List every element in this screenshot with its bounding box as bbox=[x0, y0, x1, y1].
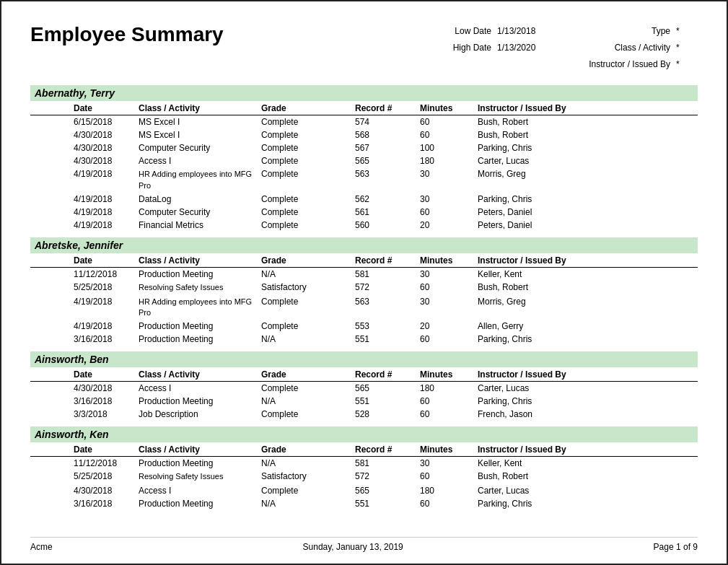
table-cell: Carter, Lucas bbox=[478, 383, 622, 393]
table-cell: 4/30/2018 bbox=[74, 143, 139, 153]
column-header: Class / Activity bbox=[139, 369, 261, 380]
table-cell: Complete bbox=[261, 486, 355, 496]
table-cell: Financial Metrics bbox=[139, 220, 261, 230]
table-cell: N/A bbox=[261, 269, 355, 279]
table-row: 4/30/2018Access IComplete565180Carter, L… bbox=[30, 484, 698, 497]
table-cell: Access I bbox=[139, 486, 261, 496]
column-header: Grade bbox=[261, 444, 355, 455]
table-cell: MS Excel I bbox=[139, 117, 261, 127]
table-row: 3/16/2018Production MeetingN/A55160Parki… bbox=[30, 333, 698, 346]
type-value: * bbox=[676, 23, 698, 40]
class-line: Class / Activity * bbox=[584, 40, 698, 56]
table-row: 4/30/2018Access IComplete565180Carter, L… bbox=[30, 382, 698, 395]
table-cell: Production Meeting bbox=[139, 321, 261, 331]
table-cell: 551 bbox=[355, 499, 420, 509]
report-meta: Low Date 1/13/2018 High Date 1/13/2020 T… bbox=[434, 23, 698, 72]
employee-section: Abernathy, TerryDateClass / ActivityGrad… bbox=[30, 85, 698, 232]
table-cell: Parking, Chris bbox=[478, 396, 622, 406]
table-cell: 3/16/2018 bbox=[74, 499, 139, 509]
table-cell: Complete bbox=[261, 194, 355, 204]
table-cell: 30 bbox=[420, 297, 478, 319]
column-header: Minutes bbox=[420, 444, 478, 455]
table-cell: 30 bbox=[420, 269, 478, 279]
column-header: Date bbox=[74, 444, 139, 455]
column-headers: DateClass / ActivityGradeRecord #Minutes… bbox=[30, 442, 698, 457]
table-cell: DataLog bbox=[139, 194, 261, 204]
table-cell: 572 bbox=[355, 471, 420, 482]
table-row: 3/3/2018Job DescriptionComplete52860Fren… bbox=[30, 408, 698, 421]
low-date-label: Low Date bbox=[434, 23, 491, 40]
column-header: Instructor / Issued By bbox=[478, 444, 622, 455]
table-cell: 20 bbox=[420, 220, 478, 230]
table-cell: Satisfactory bbox=[261, 471, 355, 482]
table-cell: 568 bbox=[355, 130, 420, 140]
table-cell: 581 bbox=[355, 269, 420, 279]
table-row: 4/30/2018Access IComplete565180Carter, L… bbox=[30, 154, 698, 167]
table-cell: Complete bbox=[261, 409, 355, 419]
table-cell: Complete bbox=[261, 156, 355, 166]
column-header: Record # bbox=[355, 369, 420, 380]
table-cell: Bush, Robert bbox=[478, 117, 622, 127]
table-cell: 4/19/2018 bbox=[74, 194, 139, 204]
table-row: 4/19/2018Production MeetingComplete55320… bbox=[30, 320, 698, 333]
footer-company: Acme bbox=[30, 542, 53, 552]
low-date-line: Low Date 1/13/2018 bbox=[434, 23, 555, 40]
table-cell: Production Meeting bbox=[139, 396, 261, 406]
table-cell: Peters, Daniel bbox=[478, 220, 622, 230]
column-header: Record # bbox=[355, 103, 420, 113]
table-cell: 3/16/2018 bbox=[74, 396, 139, 406]
column-headers: DateClass / ActivityGradeRecord #Minutes… bbox=[30, 101, 698, 115]
table-cell: Carter, Lucas bbox=[478, 486, 622, 496]
report-footer: Acme Sunday, January 13, 2019 Page 1 of … bbox=[30, 537, 698, 552]
table-cell: Production Meeting bbox=[139, 458, 261, 468]
table-cell: Complete bbox=[261, 297, 355, 319]
column-header: Class / Activity bbox=[139, 444, 261, 455]
table-row: 3/16/2018Production MeetingN/A55160Parki… bbox=[30, 395, 698, 408]
column-header: Grade bbox=[261, 255, 355, 266]
column-header: Minutes bbox=[420, 369, 478, 380]
high-date-line: High Date 1/13/2020 bbox=[434, 40, 555, 56]
table-cell: Bush, Robert bbox=[478, 282, 622, 293]
table-cell: 565 bbox=[355, 383, 420, 393]
column-header: Minutes bbox=[420, 255, 478, 266]
table-cell: HR Adding employees into MFG Pro bbox=[139, 169, 261, 191]
table-cell: Morris, Greg bbox=[478, 297, 622, 319]
table-row: 4/19/2018DataLogComplete56230Parking, Ch… bbox=[30, 193, 698, 206]
employee-section: Ainsworth, KenDateClass / ActivityGradeR… bbox=[30, 426, 698, 509]
table-cell: 562 bbox=[355, 194, 420, 204]
table-cell: 180 bbox=[420, 486, 478, 496]
table-cell: 60 bbox=[420, 409, 478, 419]
table-row: 3/16/2018Production MeetingN/A55160Parki… bbox=[30, 497, 698, 510]
table-cell: 551 bbox=[355, 334, 420, 344]
table-cell: Computer Security bbox=[139, 207, 261, 217]
instructor-value: * bbox=[676, 56, 698, 73]
table-row: 11/12/2018Production MeetingN/A58130Kell… bbox=[30, 268, 698, 281]
table-cell: 3/3/2018 bbox=[74, 409, 139, 419]
table-cell: 574 bbox=[355, 117, 420, 127]
column-headers: DateClass / ActivityGradeRecord #Minutes… bbox=[30, 367, 698, 382]
table-cell: Job Description bbox=[139, 409, 261, 419]
low-date-value: 1/13/2018 bbox=[497, 23, 555, 40]
table-cell: 4/30/2018 bbox=[74, 486, 139, 496]
table-cell: 30 bbox=[420, 169, 478, 191]
table-cell: 30 bbox=[420, 194, 478, 204]
table-cell: 581 bbox=[355, 458, 420, 468]
table-cell: Complete bbox=[261, 207, 355, 217]
table-cell: 4/19/2018 bbox=[74, 207, 139, 217]
table-cell: Parking, Chris bbox=[478, 194, 622, 204]
table-cell: 60 bbox=[420, 207, 478, 217]
table-cell: Complete bbox=[261, 321, 355, 331]
table-cell: Keller, Kent bbox=[478, 458, 622, 468]
table-cell: 4/30/2018 bbox=[74, 156, 139, 166]
table-cell: 4/19/2018 bbox=[74, 297, 139, 319]
table-cell: 11/12/2018 bbox=[74, 458, 139, 468]
table-cell: Resolving Safety Issues bbox=[139, 471, 261, 482]
table-cell: 11/12/2018 bbox=[74, 269, 139, 279]
table-cell: 60 bbox=[420, 471, 478, 482]
table-cell: 6/15/2018 bbox=[74, 117, 139, 127]
employee-name: Ainsworth, Ben bbox=[30, 351, 698, 367]
table-row: 4/30/2018MS Excel IComplete56860Bush, Ro… bbox=[30, 128, 698, 141]
table-cell: Bush, Robert bbox=[478, 471, 622, 482]
column-header: Minutes bbox=[420, 103, 478, 113]
employee-sections: Abernathy, TerryDateClass / ActivityGrad… bbox=[30, 85, 698, 509]
